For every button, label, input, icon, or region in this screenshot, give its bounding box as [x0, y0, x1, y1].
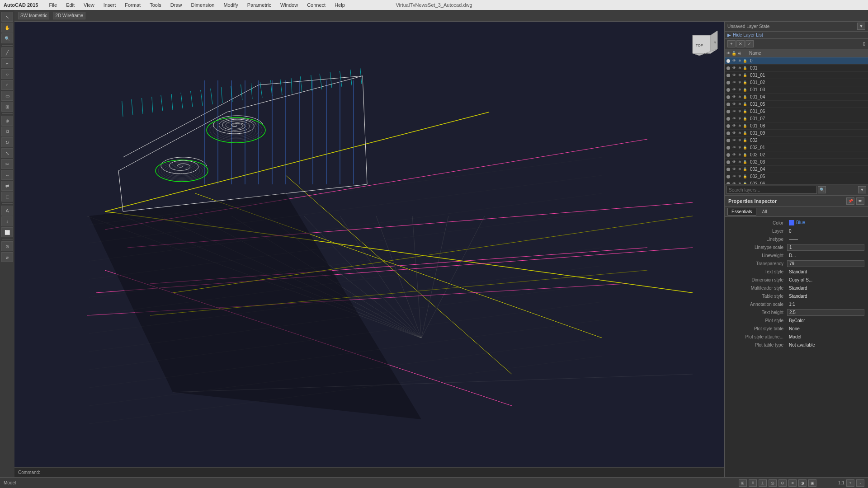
layer-freeze-icon[interactable]: ❄: [737, 124, 742, 128]
tool-circle[interactable]: ○: [1, 69, 13, 79]
tool-pan[interactable]: ✋: [1, 23, 13, 33]
zoom-in-btn[interactable]: +: [846, 479, 854, 487]
menu-modify[interactable]: Modify: [222, 1, 240, 9]
layer-visible-icon[interactable]: 👁: [732, 124, 736, 128]
layer-lock-icon[interactable]: 🔒: [743, 80, 747, 85]
layer-row[interactable]: 👁 ❄ 🔒 002_01: [725, 144, 868, 151]
layer-row[interactable]: 👁 ❄ 🔒 001_01: [725, 72, 868, 79]
cad-canvas[interactable]: [14, 22, 724, 477]
layer-visible-icon[interactable]: 👁: [732, 66, 736, 70]
layer-search-btn[interactable]: 🔍: [818, 186, 826, 193]
layer-row[interactable]: 👁 ❄ 🔒 002: [725, 137, 868, 144]
menu-tools[interactable]: Tools: [148, 1, 163, 9]
layer-row[interactable]: 👁 ❄ 🔒 001_03: [725, 86, 868, 94]
layer-search-input[interactable]: [726, 186, 817, 194]
layer-visible-icon[interactable]: 👁: [732, 59, 736, 63]
layer-row[interactable]: 👁 ❄ 🔒 002_03: [725, 159, 868, 166]
layer-visible-icon[interactable]: 👁: [732, 109, 736, 114]
menu-help[interactable]: Help: [333, 1, 347, 9]
tool-dim[interactable]: ↕: [1, 216, 13, 226]
layer-state-btn[interactable]: ▼: [857, 23, 865, 30]
layer-lock-icon[interactable]: 🔒: [743, 66, 747, 70]
layer-visible-icon[interactable]: 👁: [732, 80, 736, 85]
layer-freeze-icon[interactable]: ❄: [737, 131, 742, 136]
layer-lock-icon[interactable]: 🔒: [743, 145, 747, 150]
tool-orbit[interactable]: ⊙: [1, 241, 13, 251]
menu-edit[interactable]: Edit: [64, 1, 76, 9]
menu-insert[interactable]: Insert: [102, 1, 118, 9]
polar-btn[interactable]: ◎: [769, 479, 777, 487]
layer-freeze-icon[interactable]: ❄: [737, 59, 742, 63]
layer-row[interactable]: 👁 ❄ 🔒 001_07: [725, 115, 868, 122]
viewcube[interactable]: TOP R FR: [684, 26, 720, 62]
tool-mirror[interactable]: ⇌: [1, 181, 13, 191]
layer-visible-icon[interactable]: 👁: [732, 167, 736, 172]
layer-lock-icon[interactable]: 🔒: [743, 102, 747, 107]
snap-btn[interactable]: ⌗: [749, 479, 757, 487]
layer-lock-icon[interactable]: 🔒: [743, 59, 747, 63]
layer-row[interactable]: 👁 ❄ 🔒 001_04: [725, 94, 868, 101]
layer-lock-icon[interactable]: 🔒: [743, 174, 747, 179]
set-current-btn[interactable]: ✓: [745, 40, 754, 47]
menu-draw[interactable]: Draw: [169, 1, 184, 9]
tool-move[interactable]: ⊕: [1, 116, 13, 126]
layer-lock-icon[interactable]: 🔒: [743, 131, 747, 136]
layer-options-btn[interactable]: ▼: [858, 186, 866, 193]
layer-freeze-icon[interactable]: ❄: [737, 167, 742, 172]
tool-rotate[interactable]: ↻: [1, 137, 13, 147]
layer-lock-icon[interactable]: 🔒: [743, 153, 747, 157]
layer-visible-icon[interactable]: 👁: [732, 145, 736, 150]
layer-row[interactable]: 👁 ❄ 🔒 0: [725, 57, 868, 65]
tool-zoom[interactable]: 🔍: [1, 33, 13, 43]
layer-visible-icon[interactable]: 👁: [732, 138, 736, 143]
layer-row[interactable]: 👁 ❄ 🔒 001_09: [725, 130, 868, 137]
layer-freeze-icon[interactable]: ❄: [737, 138, 742, 143]
selection-btn[interactable]: ▣: [808, 479, 816, 487]
props-options-btn[interactable]: ✏: [856, 197, 864, 205]
viewport-label-2[interactable]: 2D Wireframe: [53, 12, 85, 19]
layer-visible-icon[interactable]: 👁: [732, 88, 736, 92]
layer-lock-icon[interactable]: 🔒: [743, 167, 747, 172]
transparency-btn[interactable]: ◑: [798, 479, 807, 487]
layer-freeze-icon[interactable]: ❄: [737, 153, 742, 157]
layer-freeze-icon[interactable]: ❄: [737, 117, 742, 121]
grid-btn[interactable]: ⊞: [739, 479, 747, 487]
layer-row[interactable]: 👁 ❄ 🔒 001_02: [725, 79, 868, 86]
menu-window[interactable]: Window: [278, 1, 300, 9]
delete-layer-btn[interactable]: ✕: [736, 40, 745, 47]
tab-essentials[interactable]: Essentials: [727, 208, 756, 216]
new-layer-btn[interactable]: +: [727, 40, 736, 47]
layer-lock-icon[interactable]: 🔒: [743, 95, 747, 99]
layer-lock-icon[interactable]: 🔒: [743, 73, 747, 78]
layer-freeze-icon[interactable]: ❄: [737, 174, 742, 179]
viewport[interactable]: TOP R FR: [14, 22, 724, 477]
menu-parametric[interactable]: Parametric: [245, 1, 273, 9]
layer-lock-icon[interactable]: 🔒: [743, 124, 747, 128]
prop-value[interactable]: 79: [787, 260, 864, 267]
layer-row[interactable]: 👁 ❄ 🔒 001: [725, 65, 868, 72]
linewt-btn[interactable]: ≡: [788, 479, 797, 487]
layer-freeze-icon[interactable]: ❄: [737, 80, 742, 85]
layer-visible-icon[interactable]: 👁: [732, 102, 736, 107]
layer-row[interactable]: 👁 ❄ 🔒 002_06: [725, 180, 868, 184]
tool-polyline[interactable]: ⌐: [1, 58, 13, 68]
tool-text[interactable]: A: [1, 206, 13, 216]
layer-freeze-icon[interactable]: ❄: [737, 73, 742, 78]
hide-layer-list-btn[interactable]: ▶ Hide Layer List: [725, 32, 868, 39]
tool-scale[interactable]: ⤡: [1, 148, 13, 158]
layer-lock-icon[interactable]: 🔒: [743, 138, 747, 143]
layer-lock-icon[interactable]: 🔒: [743, 109, 747, 114]
tool-hatch[interactable]: ⊞: [1, 102, 13, 112]
layer-visible-icon[interactable]: 👁: [732, 160, 736, 164]
layer-list[interactable]: 👁 ❄ 🔒 0 👁 ❄ 🔒 001 👁 ❄ 🔒 001_01 👁 ❄ 🔒 001…: [725, 57, 868, 184]
command-input[interactable]: [44, 470, 721, 475]
menu-file[interactable]: File: [47, 1, 59, 9]
layer-freeze-icon[interactable]: ❄: [737, 102, 742, 107]
tool-rect[interactable]: ▭: [1, 91, 13, 101]
layer-visible-icon[interactable]: 👁: [732, 73, 736, 78]
layer-visible-icon[interactable]: 👁: [732, 131, 736, 136]
layer-freeze-icon[interactable]: ❄: [737, 88, 742, 92]
osnap-btn[interactable]: ⊙: [778, 479, 787, 487]
ortho-btn[interactable]: ⊥: [759, 479, 767, 487]
layer-lock-icon[interactable]: 🔒: [743, 160, 747, 164]
